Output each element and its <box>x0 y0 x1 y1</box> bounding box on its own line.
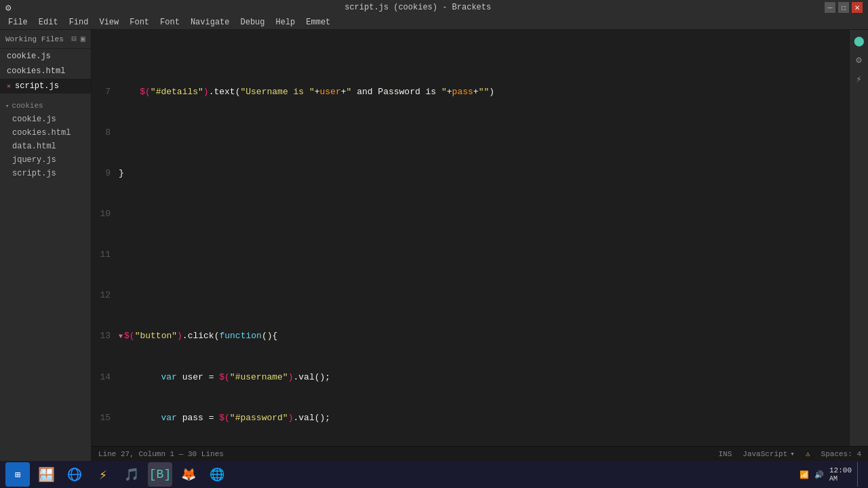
sidebar-file-cookie-js[interactable]: cookie.js <box>0 49 91 64</box>
menu-help[interactable]: Help <box>271 16 301 28</box>
code-container[interactable]: 7 $("#details").text("Username is "+user… <box>92 30 868 446</box>
folder-arrow: ▾ <box>5 102 9 110</box>
taskbar-desktop[interactable]: 🪟 <box>34 462 58 487</box>
close-button[interactable]: ✕ <box>852 2 863 13</box>
warning-icon: ⚠ <box>806 449 810 458</box>
taskbar-ie[interactable] <box>62 462 87 487</box>
taskbar-firefox[interactable]: 🦊 <box>176 462 201 487</box>
show-desktop[interactable] <box>857 462 863 487</box>
folder-header-cookies[interactable]: ▾ cookies <box>0 99 91 113</box>
taskbar-music[interactable]: 🎵 <box>119 462 144 487</box>
file-label: script.js <box>15 81 59 91</box>
chevron-down-icon: ▾ <box>790 449 795 458</box>
menu-view[interactable]: View <box>94 16 124 28</box>
file-label: cookies.html <box>7 66 65 76</box>
language-selector[interactable]: JavaScript ▾ <box>743 449 795 458</box>
spaces-setting[interactable]: Spaces: 4 <box>821 450 861 458</box>
window-title: script.js (cookies) - Brackets <box>11 3 825 12</box>
insert-mode: INS <box>719 450 732 458</box>
folder-file-data-html[interactable]: data.html <box>0 140 91 153</box>
folder-file-script-js[interactable]: script.js <box>0 167 91 180</box>
live-preview-icon[interactable]: ⚡ <box>851 70 867 87</box>
maximize-button[interactable]: □ <box>838 2 849 13</box>
menu-debug[interactable]: Debug <box>235 16 270 28</box>
right-panel: ⬤ ⚙ ⚡ <box>849 30 868 446</box>
folder-file-jquery-js[interactable]: jquery.js <box>0 153 91 167</box>
sidebar-file-cookies-html[interactable]: cookies.html <box>0 64 91 79</box>
folder-section: ▾ cookies cookie.js cookies.html data.ht… <box>0 99 91 180</box>
folder-file-cookies-html[interactable]: cookies.html <box>0 126 91 140</box>
layout-icon[interactable]: ▣ <box>81 34 85 44</box>
menu-font2[interactable]: Font <box>155 16 185 28</box>
taskbar: ⊞ 🪟 ⚡ 🎵 [B] 🦊 🌐 📶 🔊 12:00AM <box>0 461 868 488</box>
linting-icon[interactable]: ⬤ <box>851 33 867 49</box>
working-files-label: Working Files <box>5 35 64 43</box>
menu-find[interactable]: Find <box>64 16 94 28</box>
split-icon[interactable]: ⊟ <box>72 34 77 44</box>
system-volume-icon: 🔊 <box>814 470 824 479</box>
menu-navigate[interactable]: Navigate <box>185 16 235 28</box>
extension-icon[interactable]: ⚙ <box>851 52 867 68</box>
start-button[interactable]: ⊞ <box>5 462 30 487</box>
sidebar: Working Files ⊟ ▣ cookie.js cookies.html… <box>0 30 92 461</box>
folder-name: cookies <box>12 102 43 110</box>
menu-emmet[interactable]: Emmet <box>300 16 336 28</box>
menu-font1[interactable]: Font <box>124 16 155 28</box>
file-label: cookie.js <box>7 52 51 61</box>
menu-edit[interactable]: Edit <box>33 16 64 28</box>
taskbar-chrome[interactable]: 🌐 <box>205 462 229 487</box>
minimize-button[interactable]: ─ <box>825 2 835 13</box>
language-label: JavaScript <box>743 450 787 458</box>
folder-file-cookie-js[interactable]: cookie.js <box>0 113 91 126</box>
code-editor[interactable]: 7 $("#details").text("Username is "+user… <box>92 30 849 446</box>
close-icon[interactable]: ✕ <box>7 82 11 90</box>
taskbar-lightning[interactable]: ⚡ <box>91 462 115 487</box>
system-network-icon: 📶 <box>800 470 809 479</box>
working-files-header: Working Files ⊟ ▣ <box>0 30 91 49</box>
menu-bar: File Edit Find View Font Font Navigate D… <box>0 15 868 30</box>
taskbar-brackets[interactable]: [B] <box>148 462 172 487</box>
menu-file[interactable]: File <box>3 16 33 28</box>
title-bar: ⚙ script.js (cookies) - Brackets ─ □ ✕ <box>0 0 868 15</box>
system-clock: 12:00AM <box>829 466 852 483</box>
status-bar: Line 27, Column 1 — 30 Lines INS JavaScr… <box>92 446 868 461</box>
cursor-position: Line 27, Column 1 — 30 Lines <box>98 450 224 458</box>
sidebar-file-script-js[interactable]: ✕ script.js <box>0 79 91 94</box>
editor-area: 7 $("#details").text("Username is "+user… <box>92 30 868 461</box>
